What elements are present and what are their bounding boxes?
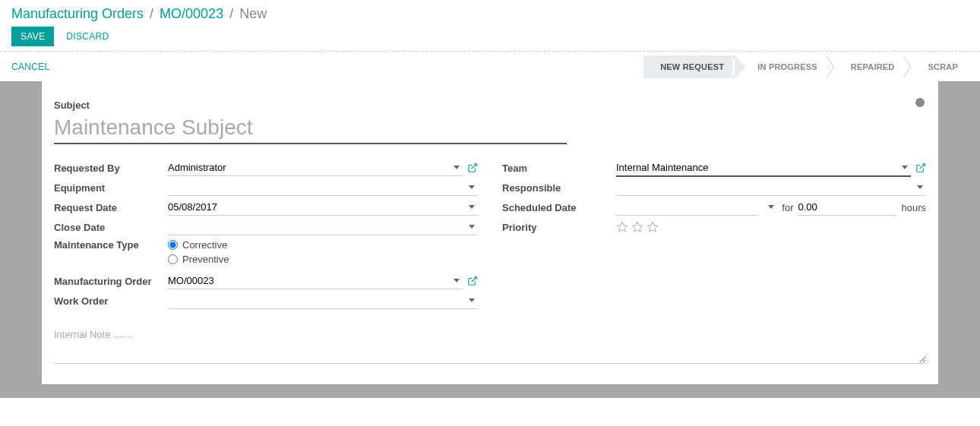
- caret-down-icon: [768, 205, 774, 209]
- request-date-input[interactable]: [168, 199, 478, 216]
- radio-corrective-input[interactable]: [168, 240, 178, 250]
- save-button[interactable]: SAVE: [11, 27, 54, 46]
- chevron-right-icon: [827, 55, 834, 78]
- discard-button[interactable]: DISCARD: [66, 31, 109, 42]
- equipment-input[interactable]: [168, 179, 478, 196]
- svg-marker-4: [632, 222, 642, 232]
- stage-in-progress[interactable]: IN PROGRESS: [741, 55, 828, 78]
- external-link-icon[interactable]: [467, 276, 478, 286]
- star-icon[interactable]: [631, 221, 643, 233]
- radio-corrective-label: Corrective: [182, 239, 227, 251]
- radio-preventive[interactable]: Preventive: [168, 254, 229, 265]
- radio-preventive-input[interactable]: [168, 254, 178, 264]
- request-date-label: Request Date: [54, 202, 168, 213]
- stage-new-request[interactable]: NEW REQUEST: [643, 55, 735, 78]
- priority-label: Priority: [502, 222, 616, 233]
- requested-by-input[interactable]: [168, 159, 463, 176]
- breadcrumb-sep-icon: /: [229, 6, 233, 22]
- radio-preventive-label: Preventive: [182, 254, 229, 265]
- scheduled-date-input[interactable]: [616, 199, 757, 216]
- svg-line-1: [472, 277, 476, 282]
- breadcrumb-current: New: [239, 6, 267, 22]
- svg-line-2: [920, 164, 925, 169]
- responsible-input[interactable]: [616, 179, 926, 196]
- close-date-label: Close Date: [54, 222, 168, 233]
- radio-corrective[interactable]: Corrective: [168, 239, 229, 251]
- star-icon[interactable]: [646, 221, 659, 233]
- close-date-input[interactable]: [168, 219, 478, 235]
- cancel-button[interactable]: CANCEL: [11, 62, 49, 72]
- external-link-icon[interactable]: [467, 163, 478, 173]
- work-order-input[interactable]: [168, 292, 478, 309]
- breadcrumb-root[interactable]: Manufacturing Orders: [11, 6, 144, 22]
- team-input[interactable]: [616, 159, 911, 177]
- stage-repaired[interactable]: REPAIRED: [834, 55, 906, 78]
- manufacturing-order-input[interactable]: [168, 273, 463, 289]
- external-link-icon[interactable]: [915, 163, 926, 173]
- breadcrumb: Manufacturing Orders / MO/00023 / New: [11, 6, 969, 22]
- responsible-label: Responsible: [502, 182, 616, 194]
- work-order-label: Work Order: [54, 295, 168, 307]
- scheduled-unit-text: hours: [901, 202, 926, 213]
- manufacturing-order-label: Manufacturing Order: [54, 276, 168, 287]
- scheduled-for-text: for: [782, 202, 793, 213]
- equipment-label: Equipment: [54, 182, 168, 194]
- scheduled-duration-input[interactable]: [798, 199, 896, 216]
- star-icon[interactable]: [616, 221, 628, 233]
- svg-marker-3: [617, 222, 627, 232]
- form-sheet: Subject Requested By Equipment: [42, 81, 938, 384]
- subject-label: Subject: [54, 99, 926, 111]
- svg-marker-5: [647, 222, 657, 232]
- svg-line-0: [472, 164, 476, 169]
- chevron-right-icon: [903, 55, 911, 78]
- subject-input[interactable]: [54, 114, 567, 144]
- breadcrumb-sep-icon: /: [150, 6, 153, 22]
- maintenance-type-label: Maintenance Type: [54, 237, 168, 251]
- stage-scrap[interactable]: SCRAP: [911, 55, 969, 78]
- kanban-state-dot[interactable]: [915, 98, 925, 107]
- scheduled-date-label: Scheduled Date: [502, 202, 616, 213]
- breadcrumb-parent[interactable]: MO/00023: [160, 6, 223, 22]
- requested-by-label: Requested By: [54, 163, 168, 174]
- team-label: Team: [502, 163, 616, 174]
- internal-note-input[interactable]: [54, 326, 926, 364]
- status-stages: NEW REQUEST IN PROGRESS REPAIRED SCRAP: [643, 52, 969, 81]
